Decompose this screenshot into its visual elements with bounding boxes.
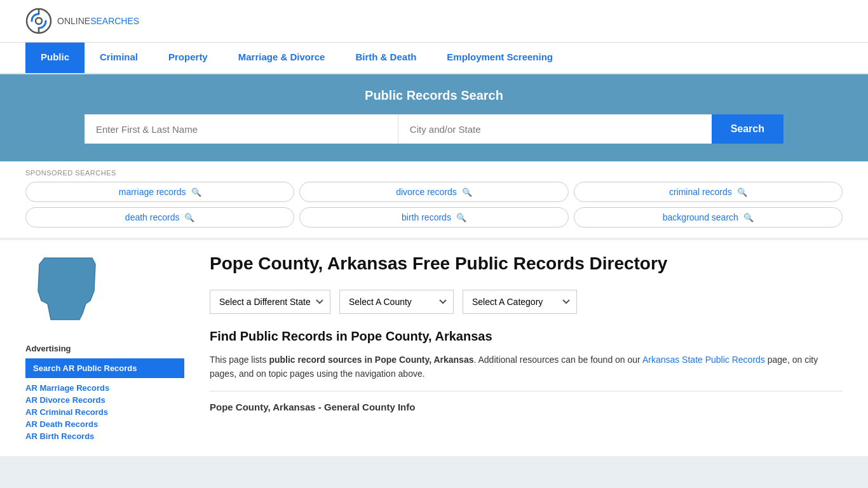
main-container: Advertising Search AR Public Records AR … xyxy=(0,240,868,456)
search-icon-2: 🔍 xyxy=(737,187,747,197)
sidebar-link-birth[interactable]: AR Birth Records xyxy=(25,431,184,441)
dropdowns-row: Select a Different State Select A County… xyxy=(210,290,843,314)
logo[interactable]: ONLINESEARCHES xyxy=(25,8,139,34)
sponsored-tag-background[interactable]: background search 🔍 xyxy=(574,207,843,227)
search-banner: Public Records Search Search xyxy=(0,74,868,161)
sponsored-section: SPONSORED SEARCHES marriage records 🔍 di… xyxy=(0,161,868,238)
sponsored-tag-criminal[interactable]: criminal records 🔍 xyxy=(574,182,843,202)
search-icon-4: 🔍 xyxy=(456,213,466,222)
section-divider xyxy=(210,391,843,391)
location-input[interactable] xyxy=(398,114,712,144)
header: ONLINESEARCHES xyxy=(0,0,868,43)
svg-point-1 xyxy=(36,18,42,24)
sidebar-link-divorce[interactable]: AR Divorce Records xyxy=(25,395,184,405)
page-title: Pope County, Arkansas Free Public Record… xyxy=(210,253,843,274)
sponsored-tag-marriage[interactable]: marriage records 🔍 xyxy=(25,182,294,202)
search-icon-3: 🔍 xyxy=(184,213,194,222)
nav-criminal[interactable]: Criminal xyxy=(85,43,153,73)
county-dropdown[interactable]: Select A County xyxy=(339,290,454,314)
sidebar-link-death[interactable]: AR Death Records xyxy=(25,419,184,429)
logo-icon xyxy=(25,8,52,34)
county-info-label: Pope County, Arkansas - General County I… xyxy=(210,402,843,412)
find-heading: Find Public Records in Pope County, Arka… xyxy=(210,329,843,344)
desc-bold: public record sources in Pope County, Ar… xyxy=(269,355,473,365)
sidebar-link-criminal[interactable]: AR Criminal Records xyxy=(25,407,184,417)
state-dropdown[interactable]: Select a Different State xyxy=(210,290,330,314)
search-banner-title: Public Records Search xyxy=(25,88,843,103)
desc-part2: . Additional resources can be found on o… xyxy=(473,355,642,365)
search-icon-5: 🔍 xyxy=(743,213,754,222)
logo-text: ONLINESEARCHES xyxy=(57,16,139,26)
sidebar: Advertising Search AR Public Records AR … xyxy=(0,240,197,456)
sponsored-label: SPONSORED SEARCHES xyxy=(25,169,843,177)
sponsored-tag-birth[interactable]: birth records 🔍 xyxy=(299,207,568,227)
logo-searches: SEARCHES xyxy=(90,16,139,26)
svg-marker-4 xyxy=(38,258,95,320)
arkansas-map xyxy=(25,253,108,329)
sponsored-tag-birth-label: birth records xyxy=(402,212,451,222)
sponsored-tag-marriage-label: marriage records xyxy=(119,187,186,197)
nav-birth-death[interactable]: Birth & Death xyxy=(340,43,431,73)
search-icon-0: 🔍 xyxy=(191,187,201,197)
state-map xyxy=(25,253,184,331)
logo-online: ONLINE xyxy=(57,16,90,26)
main-content: Pope County, Arkansas Free Public Record… xyxy=(197,240,868,456)
sponsored-grid: marriage records 🔍 divorce records 🔍 cri… xyxy=(25,182,843,227)
sponsored-tag-criminal-label: criminal records xyxy=(669,187,732,197)
sponsored-tag-divorce[interactable]: divorce records 🔍 xyxy=(299,182,568,202)
nav-property[interactable]: Property xyxy=(153,43,223,73)
advertising-label: Advertising xyxy=(25,344,184,353)
ad-highlight[interactable]: Search AR Public Records xyxy=(25,358,184,378)
sponsored-tag-divorce-label: divorce records xyxy=(396,187,457,197)
name-input[interactable] xyxy=(85,114,398,144)
description-text: This page lists public record sources in… xyxy=(210,353,843,381)
nav-public[interactable]: Public xyxy=(25,43,85,73)
sponsored-tag-death-label: death records xyxy=(125,212,180,222)
sponsored-tag-death[interactable]: death records 🔍 xyxy=(25,207,294,227)
desc-link[interactable]: Arkansas State Public Records xyxy=(642,355,765,365)
content-wrapper: Advertising Search AR Public Records AR … xyxy=(0,238,868,456)
main-nav: Public Criminal Property Marriage & Divo… xyxy=(0,43,868,74)
nav-marriage-divorce[interactable]: Marriage & Divorce xyxy=(223,43,341,73)
sponsored-tag-background-label: background search xyxy=(663,212,738,222)
desc-part1: This page lists xyxy=(210,355,269,365)
category-dropdown[interactable]: Select A Category xyxy=(463,290,577,314)
nav-employment[interactable]: Employment Screening xyxy=(431,43,568,73)
search-button[interactable]: Search xyxy=(712,114,783,144)
sidebar-link-marriage[interactable]: AR Marriage Records xyxy=(25,383,184,393)
search-form: Search xyxy=(85,114,783,144)
search-icon-1: 🔍 xyxy=(462,187,472,197)
